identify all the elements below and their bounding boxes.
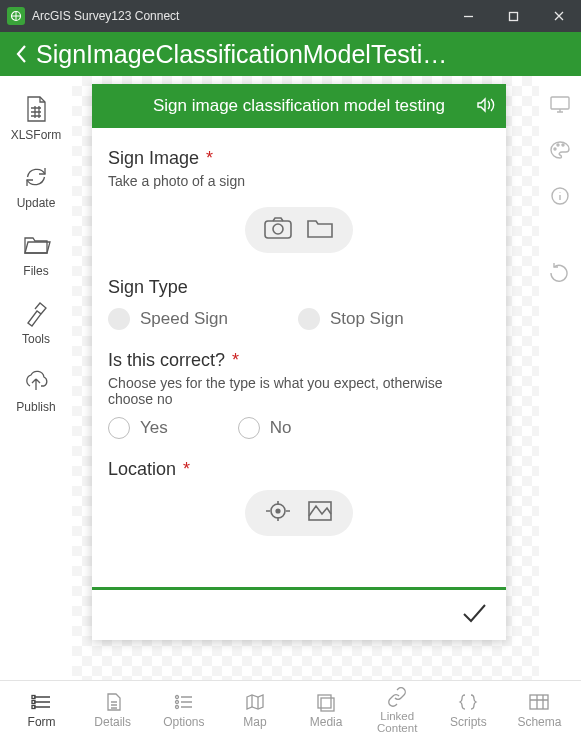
left-rail-label: XLSForm (11, 128, 62, 142)
left-rail-tools[interactable]: Tools (21, 298, 51, 346)
camera-button[interactable] (263, 215, 293, 245)
survey-title-bar: Sign image classification model testing (92, 84, 506, 128)
tab-linked-content[interactable]: Linked Content (365, 687, 429, 734)
info-icon (549, 186, 571, 206)
document-icon (102, 692, 124, 712)
svg-rect-13 (32, 701, 35, 704)
link-icon (386, 687, 408, 707)
svg-rect-14 (32, 706, 35, 709)
list-icon (173, 692, 195, 712)
submit-check-button[interactable] (460, 601, 488, 629)
svg-point-15 (175, 696, 178, 699)
required-asterisk: * (183, 459, 190, 479)
audio-icon[interactable] (474, 94, 496, 121)
tab-media[interactable]: Media (294, 692, 358, 729)
map-icon (305, 498, 335, 524)
tab-details[interactable]: Details (81, 692, 145, 729)
image-input-controls (245, 207, 353, 253)
folder-button[interactable] (305, 215, 335, 245)
radio-no[interactable]: No (238, 417, 292, 439)
svg-rect-12 (32, 696, 35, 699)
window-minimize-button[interactable] (446, 0, 491, 32)
svg-rect-7 (551, 97, 569, 109)
left-rail-publish[interactable]: Publish (16, 366, 55, 414)
label-text: Sign Image (108, 148, 199, 168)
location-input-controls (245, 490, 353, 536)
info-button[interactable] (549, 186, 571, 210)
left-rail-label: Files (23, 264, 48, 278)
undo-button[interactable] (549, 262, 571, 286)
survey-form-card: Sign image classification model testing … (92, 84, 506, 640)
cloud-upload-icon (21, 366, 51, 396)
folder-icon (21, 230, 51, 260)
folder-open-icon (305, 215, 335, 241)
window-titlebar: ArcGIS Survey123 Connect (0, 0, 581, 32)
tab-label: Media (310, 715, 343, 729)
svg-rect-20 (530, 695, 548, 709)
radio-label: Speed Sign (140, 309, 228, 329)
preview-device-button[interactable] (549, 94, 571, 118)
window-close-button[interactable] (536, 0, 581, 32)
main-area: XLSForm Update Files Tools Publish Sign … (0, 76, 581, 680)
tab-label: Linked Content (365, 710, 429, 734)
tab-label: Schema (517, 715, 561, 729)
question-correct-label: Is this correct? * (108, 350, 490, 371)
tab-label: Form (28, 715, 56, 729)
camera-icon (263, 215, 293, 241)
tab-label: Scripts (450, 715, 487, 729)
label-text: Location (108, 459, 176, 479)
spreadsheet-icon (21, 94, 51, 124)
app-title: ArcGIS Survey123 Connect (32, 9, 446, 23)
svg-point-10 (562, 144, 564, 146)
left-rail-xlsform[interactable]: XLSForm (11, 94, 62, 142)
locate-button[interactable] (263, 498, 293, 528)
bottom-tabs: Form Details Options Map Media Linked Co… (0, 680, 581, 740)
svg-rect-18 (318, 695, 331, 708)
refresh-icon (21, 162, 51, 192)
radio-stop-sign[interactable]: Stop Sign (298, 308, 404, 330)
undo-icon (549, 262, 571, 282)
theme-button[interactable] (549, 140, 571, 164)
radio-label: Yes (140, 418, 168, 438)
map-tab-icon (244, 692, 266, 712)
svg-point-16 (175, 701, 178, 704)
question-sign-image-label: Sign Image * (108, 148, 490, 169)
table-icon (528, 692, 550, 712)
back-button[interactable] (8, 43, 36, 65)
left-rail-files[interactable]: Files (21, 230, 51, 278)
svg-point-17 (175, 706, 178, 709)
survey-body: Sign Image * Take a photo of a sign (92, 128, 506, 587)
svg-rect-19 (321, 698, 334, 711)
tab-label: Map (243, 715, 266, 729)
app-header: SignImageClassificationModelTesti… (0, 32, 581, 76)
radio-yes[interactable]: Yes (108, 417, 168, 439)
tab-label: Details (94, 715, 131, 729)
tab-scripts[interactable]: Scripts (436, 692, 500, 729)
media-icon (315, 692, 337, 712)
radio-label: No (270, 418, 292, 438)
map-picker-button[interactable] (305, 498, 335, 528)
window-maximize-button[interactable] (491, 0, 536, 32)
radio-label: Stop Sign (330, 309, 404, 329)
target-icon (263, 498, 293, 524)
question-sign-image-hint: Take a photo of a sign (108, 173, 490, 189)
label-text: Is this correct? (108, 350, 225, 370)
survey-title: Sign image classification model testing (153, 96, 445, 116)
tab-schema[interactable]: Schema (507, 692, 571, 729)
braces-icon (457, 692, 479, 712)
tab-options[interactable]: Options (152, 692, 216, 729)
monitor-icon (549, 94, 571, 114)
radio-circle-icon (108, 308, 130, 330)
left-rail-update[interactable]: Update (17, 162, 56, 210)
right-rail (539, 76, 581, 680)
svg-point-9 (557, 144, 559, 146)
svg-rect-1 (510, 12, 518, 20)
question-sign-type-label: Sign Type (108, 277, 490, 298)
svg-point-8 (554, 148, 556, 150)
radio-circle-icon (238, 417, 260, 439)
check-icon (460, 601, 488, 625)
tab-label: Options (163, 715, 204, 729)
tab-form[interactable]: Form (10, 692, 74, 729)
tab-map[interactable]: Map (223, 692, 287, 729)
radio-speed-sign[interactable]: Speed Sign (108, 308, 228, 330)
